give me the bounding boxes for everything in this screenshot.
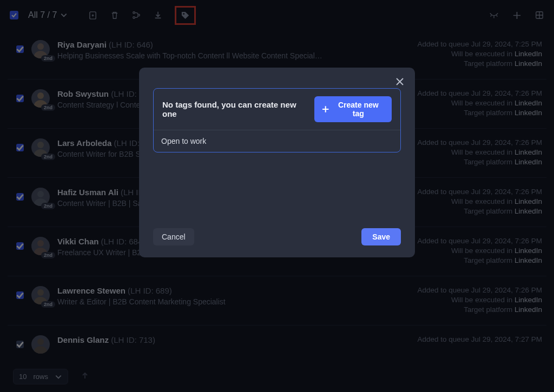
modal-header: No tags found, you can create new one Cr… (154, 89, 400, 130)
save-button[interactable]: Save (361, 228, 401, 245)
tag-name-input[interactable] (154, 130, 400, 152)
cancel-button[interactable]: Cancel (153, 228, 194, 245)
plus-icon (322, 105, 329, 113)
modal-input-row (154, 130, 400, 152)
create-btn-label: Create new tag (333, 101, 384, 118)
no-tags-message: No tags found, you can create new one (162, 100, 307, 118)
modal-content-box: No tags found, you can create new one Cr… (153, 88, 401, 152)
create-new-tag-button[interactable]: Create new tag (314, 96, 392, 122)
modal-footer: Cancel Save (153, 228, 401, 245)
close-icon[interactable] (394, 76, 405, 87)
modal-overlay[interactable]: No tags found, you can create new one Cr… (0, 0, 554, 392)
create-tag-modal: No tags found, you can create new one Cr… (139, 68, 415, 257)
